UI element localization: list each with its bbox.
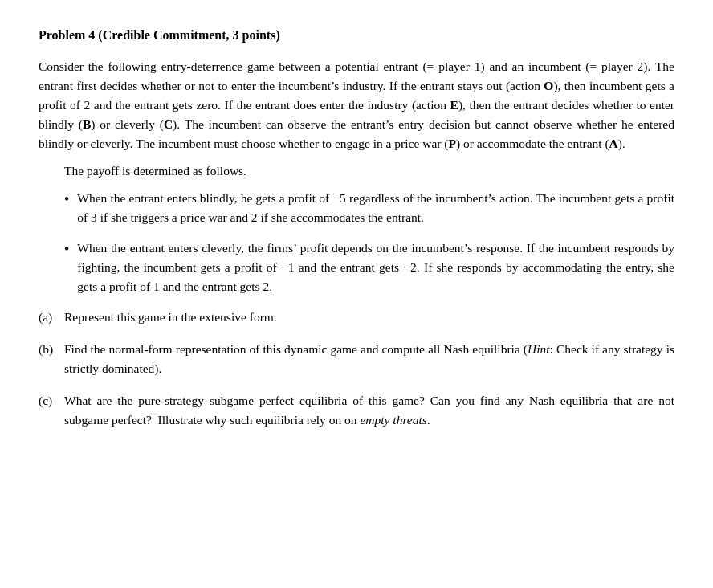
problem-container: Problem 4 (Credible Commitment, 3 points… [39,26,674,430]
bullet-item-1: • When the entrant enters blindly, he ge… [64,189,674,227]
payoff-intro: The payoff is determined as follows. [64,161,674,181]
question-c: (c) What are the pure-strategy subgame p… [39,391,674,430]
bullet-text-1: When the entrant enters blindly, he gets… [77,189,674,227]
bullet-text-2: When the entrant enters cleverly, the fi… [77,239,674,296]
bullet-dot-1: • [64,189,69,210]
hint-italic: Hint [528,342,550,356]
player-ref: player [438,59,470,73]
question-b-label: (b) [39,340,64,359]
empty-threats-italic: empty threats [360,413,426,427]
question-a: (a) Represent this game in the extensive… [39,308,674,327]
problem-title: Problem 4 (Credible Commitment, 3 points… [39,26,674,46]
question-c-text: What are the pure-strategy subgame perfe… [64,391,674,430]
question-c-label: (c) [39,391,64,410]
questions-section: (a) Represent this game in the extensive… [39,308,674,430]
bullet-dot-2: • [64,239,69,259]
question-b-text: Find the normal-form representation of t… [64,340,674,378]
question-a-text: Represent this game in the extensive for… [64,308,674,327]
bullet-list: • When the entrant enters blindly, he ge… [64,189,674,296]
question-b: (b) Find the normal-form representation … [39,340,674,378]
bullet-item-2: • When the entrant enters cleverly, the … [64,239,674,296]
intro-paragraph: Consider the following entry-deterrence … [39,57,674,153]
question-a-label: (a) [39,308,64,327]
